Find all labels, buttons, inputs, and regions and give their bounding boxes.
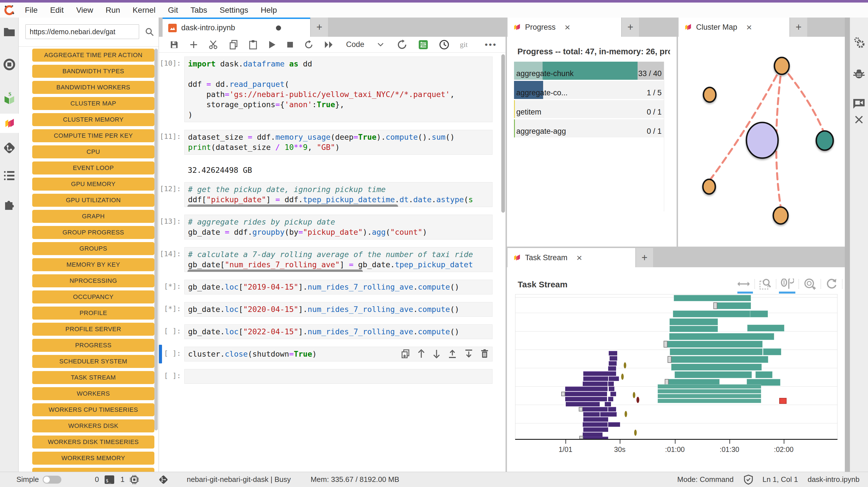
dask-btn-gpu-memory[interactable]: GPU MEMORY xyxy=(32,178,154,191)
dask-btn-memory-by-key[interactable]: MEMORY BY KEY xyxy=(32,258,154,271)
cell-5[interactable]: [*]:gb_date.loc["2019-04-15"].num_rides_… xyxy=(159,280,493,295)
search-icon[interactable] xyxy=(145,27,154,38)
cluster-node-worker-left-1[interactable] xyxy=(704,87,716,102)
wheel-zoom-tool-icon[interactable] xyxy=(804,278,816,290)
git-sidebar-icon[interactable] xyxy=(0,139,19,157)
move-up-icon[interactable] xyxy=(417,349,425,358)
add-cell-icon[interactable] xyxy=(189,40,198,49)
dask-btn-workers-memory-timeseries[interactable]: WORKERS MEMORY TIMESERIES xyxy=(32,468,154,472)
tab-cluster-map[interactable]: Cluster Map × xyxy=(679,18,789,37)
reset-tool-icon[interactable] xyxy=(826,278,837,290)
dask-btn-event-loop[interactable]: EVENT LOOP xyxy=(32,161,154,175)
menu-file[interactable]: File xyxy=(19,3,44,18)
git-toolbar-label[interactable]: git xyxy=(460,40,468,49)
tab-dask-intro[interactable]: dask-intro.ipynb xyxy=(162,18,310,37)
cell-7[interactable]: [ ]:gb_date.loc["2022-04-15"].num_rides_… xyxy=(159,324,493,339)
kernel-refresh-icon[interactable] xyxy=(397,39,407,50)
hover-tool-icon[interactable] xyxy=(781,279,794,289)
debugger-bug-icon[interactable] xyxy=(850,64,868,83)
stop-kernel-icon[interactable] xyxy=(287,41,293,48)
kernel-session-status[interactable]: nebari-git-nebari-git-dask | Busy xyxy=(187,475,291,484)
dask-btn-task-stream[interactable]: TASK STREAM xyxy=(32,371,154,384)
dask-btn-cluster-memory[interactable]: CLUSTER MEMORY xyxy=(32,113,154,126)
dask-btn-graph[interactable]: GRAPH xyxy=(32,210,154,223)
cell-editor[interactable]: # calculate a 7-day rolling average of t… xyxy=(184,247,493,272)
cell-2[interactable]: [12]:# get the pickup date, ignoring pic… xyxy=(159,182,493,207)
dask-btn-nprocessing[interactable]: NPROCESSING xyxy=(32,274,154,287)
new-tab-button[interactable]: + xyxy=(636,248,653,267)
menu-git[interactable]: Git xyxy=(162,3,184,18)
box-zoom-tool-icon[interactable] xyxy=(760,278,771,290)
menu-run[interactable]: Run xyxy=(99,3,126,18)
dask-btn-workers-disk-timeseries[interactable]: WORKERS DISK TIMESERIES xyxy=(32,435,154,449)
dask-btn-compute-time-per-key[interactable]: COMPUTE TIME PER KEY xyxy=(32,129,154,142)
run-cell-icon[interactable] xyxy=(268,40,276,49)
menu-settings[interactable]: Settings xyxy=(214,3,254,18)
dask-btn-gpu-utilization[interactable]: GPU UTILIZATION xyxy=(32,194,154,207)
cell-type-select[interactable]: Code xyxy=(346,40,384,49)
extension-manager-icon[interactable] xyxy=(0,195,19,214)
dask-btn-scheduler-system[interactable]: SCHEDULER SYSTEM xyxy=(32,355,154,368)
cluster-node-worker-left-2[interactable] xyxy=(703,179,715,194)
cluster-node-worker-top[interactable] xyxy=(774,57,789,74)
unsaved-indicator[interactable] xyxy=(276,26,281,31)
dask-btn-bandwidth-types[interactable]: BANDWIDTH TYPES xyxy=(32,65,154,78)
new-tab-button[interactable]: + xyxy=(790,18,807,37)
tab-progress[interactable]: Progress × xyxy=(507,18,621,37)
paste-cells-icon[interactable] xyxy=(249,40,257,50)
new-tab-button[interactable]: + xyxy=(310,18,328,37)
running-sessions-icon[interactable] xyxy=(0,55,19,74)
dask-btn-workers-memory[interactable]: WORKERS MEMORY xyxy=(32,452,154,465)
trust-shield-icon[interactable] xyxy=(744,475,753,485)
menu-edit[interactable]: Edit xyxy=(44,3,70,18)
task-stream-plot[interactable] xyxy=(515,294,837,439)
cell-horizontal-scrollbar[interactable] xyxy=(187,205,398,207)
delete-icon[interactable] xyxy=(481,349,488,358)
close-icon[interactable] xyxy=(850,110,868,129)
cell-editor[interactable]: gb_date.loc["2020-04-15"].num_rides_7_ro… xyxy=(184,302,493,317)
cell-editor[interactable]: gb_date.loc["2019-04-15"].num_rides_7_ro… xyxy=(184,280,493,295)
cell-3[interactable]: [13]:# aggregate rides by pickup dategb_… xyxy=(159,215,493,240)
menu-kernel[interactable]: Kernel xyxy=(126,3,162,18)
simple-mode-toggle[interactable] xyxy=(43,476,61,484)
dask-btn-cpu[interactable]: CPU xyxy=(32,145,154,158)
insert-above-icon[interactable] xyxy=(448,349,457,358)
cell-editor[interactable]: dataset_size = ddf.memory_usage(deep=Tru… xyxy=(184,130,493,155)
insert-below-icon[interactable] xyxy=(465,349,473,358)
nebari-logo-icon[interactable] xyxy=(0,3,19,18)
dask-btn-cluster-map[interactable]: CLUSTER MAP xyxy=(32,97,154,110)
dask-btn-occupancy[interactable]: OCCUPANCY xyxy=(32,291,154,303)
cell-9[interactable]: [ ]: xyxy=(159,369,493,384)
dask-panel-icon[interactable] xyxy=(0,114,19,133)
cut-cells-icon[interactable] xyxy=(209,40,218,50)
cell-editor[interactable]: # get the pickup date, ignoring pickup t… xyxy=(184,182,493,207)
dask-btn-workers-disk[interactable]: WORKERS DISK xyxy=(32,419,154,432)
dask-btn-aggregate-time-per-action[interactable]: AGGREGATE TIME PER ACTION xyxy=(32,49,154,62)
dock-scrollbar-gutter[interactable] xyxy=(845,18,850,472)
save-icon[interactable] xyxy=(169,40,179,49)
cell-editor[interactable]: import dask.dataframe as dd ddf = dd.rea… xyxy=(184,57,493,122)
command-mode[interactable]: Mode: Command xyxy=(677,475,734,484)
menu-tabs[interactable]: Tabs xyxy=(184,3,214,18)
cluster-node-scheduler[interactable] xyxy=(746,122,778,158)
sidebar-scrollbar[interactable] xyxy=(154,49,158,430)
history-clock-icon[interactable] xyxy=(439,39,449,50)
terminal-icon[interactable]: $_ xyxy=(104,476,114,484)
dask-btn-progress[interactable]: PROGRESS xyxy=(32,339,154,352)
pan-tool-icon[interactable] xyxy=(737,280,750,287)
move-down-icon[interactable] xyxy=(433,349,440,358)
cluster-node-worker-right[interactable] xyxy=(816,131,833,150)
tab-task-stream[interactable]: Task Stream × xyxy=(507,248,635,267)
dask-btn-group-progress[interactable]: GROUP PROGRESS xyxy=(32,226,154,239)
cell-editor[interactable]: # aggregate rides by pickup dategb_date … xyxy=(184,215,493,240)
cell-6[interactable]: [*]:gb_date.loc["2020-04-15"].num_rides_… xyxy=(159,302,493,317)
execute-time-toggle-icon[interactable] xyxy=(418,39,428,50)
menu-help[interactable]: Help xyxy=(254,3,283,18)
snippets-icon[interactable]: S xyxy=(0,89,19,108)
duplicate-icon[interactable] xyxy=(401,349,410,358)
menu-view[interactable]: View xyxy=(70,3,99,18)
toolbar-more-icon[interactable]: ••• xyxy=(485,40,497,50)
cell-editor[interactable]: cluster.close(shutdown=True) xyxy=(184,347,493,361)
file-browser-icon[interactable] xyxy=(0,22,19,41)
dask-btn-profile[interactable]: PROFILE xyxy=(32,307,154,319)
